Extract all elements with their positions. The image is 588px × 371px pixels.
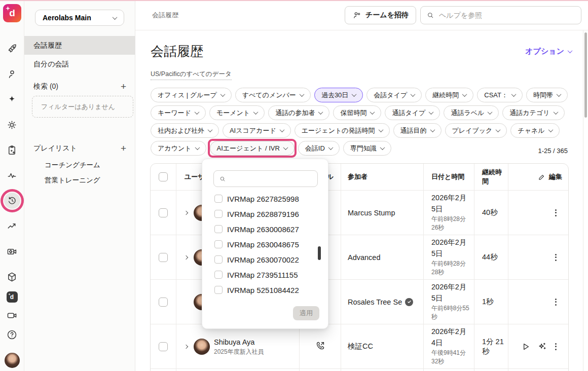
options-menu[interactable]: オプション: [525, 47, 572, 56]
dropdown-search-input[interactable]: [230, 175, 312, 183]
filter-chip-call-participants[interactable]: 通話の参加者: [268, 105, 329, 120]
call-time: 午前6時28分28秒: [431, 259, 470, 277]
option-label: IVRMap 2627825998: [227, 195, 299, 203]
filter-chip-hold-time[interactable]: 保留時間: [333, 105, 381, 120]
filter-chip-conversation-id[interactable]: 会話ID: [298, 141, 340, 156]
user-avatar[interactable]: [4, 352, 21, 369]
video-camera-icon[interactable]: [4, 307, 21, 324]
checkbox[interactable]: [214, 195, 223, 203]
analytics-trend-icon[interactable]: [4, 217, 21, 235]
add-search-button[interactable]: +: [121, 82, 126, 91]
call-time: 午前8時28分26秒: [431, 215, 470, 233]
filter-chip-moments[interactable]: モーメント: [209, 105, 265, 120]
filter-chip-date-range[interactable]: 過去30日: [314, 88, 363, 102]
checkbox[interactable]: [214, 210, 223, 218]
add-playlist-button[interactable]: +: [121, 143, 126, 153]
checkbox[interactable]: [214, 286, 223, 294]
dropdown-option[interactable]: IVRMap 2739511155: [202, 267, 329, 282]
filter-chip-channel[interactable]: チャネル: [510, 123, 559, 138]
activity-pulse-icon[interactable]: [4, 167, 21, 184]
dialpad-badge-icon[interactable]: d: [4, 288, 21, 306]
chevron-down-icon: [548, 127, 553, 132]
dropdown-option[interactable]: IVRMap 5251084422: [202, 282, 329, 298]
chevron-down-icon: [553, 109, 558, 115]
history-icon[interactable]: [4, 192, 21, 209]
data-scope-link[interactable]: US/Pacificのすべてのデータ: [151, 70, 232, 80]
row-checkbox[interactable]: [159, 342, 168, 351]
dialpad-logo-icon[interactable]: d: [3, 4, 21, 22]
invite-team-button[interactable]: チームを招待: [345, 6, 416, 24]
filter-chip-ai-scorecard[interactable]: AIスコアカード: [223, 123, 291, 138]
row-checkbox[interactable]: [159, 208, 168, 217]
ai-summary-icon[interactable]: [537, 341, 547, 352]
filter-chip-ai-agent-ivr[interactable]: AIエージェント / IVR: [210, 141, 295, 156]
dropdown-option[interactable]: IVRMap 2630008627: [202, 221, 329, 237]
filter-chip-conversation-type[interactable]: 会話タイプ: [366, 88, 422, 102]
filter-chip-internal-external[interactable]: 社内および社外: [151, 123, 219, 138]
launch-rocket-icon[interactable]: [4, 40, 21, 57]
filter-chip-csat[interactable]: CSAT：: [477, 88, 523, 102]
header-edit[interactable]: 編集: [508, 164, 569, 191]
user-name: Shibuya Aya: [214, 337, 264, 348]
row-checkbox[interactable]: [159, 298, 168, 307]
select-all-checkbox[interactable]: [159, 172, 168, 181]
help-search-input[interactable]: [439, 11, 575, 19]
chevron-down-icon: [557, 92, 562, 97]
filter-chip-call-type[interactable]: 通話タイプ: [385, 105, 440, 120]
play-recording-icon[interactable]: [521, 342, 531, 352]
filter-chip-playbook[interactable]: プレイブック: [445, 123, 507, 138]
checkbox[interactable]: [214, 240, 223, 248]
dropdown-option[interactable]: IVRMap 2628879196: [202, 206, 329, 221]
filter-chip-agent-talk-time[interactable]: エージェントの発話時間: [295, 123, 390, 138]
help-icon[interactable]: [4, 326, 21, 343]
expand-row-icon[interactable]: [185, 210, 190, 215]
row-menu-icon[interactable]: [554, 208, 558, 218]
sidebar-item-my-conversations[interactable]: 自分の会話: [24, 55, 135, 73]
ai-sparkle-icon[interactable]: [4, 91, 21, 108]
checkbox[interactable]: [214, 225, 223, 233]
playlist-item-coaching[interactable]: コーチングチーム: [45, 158, 100, 172]
dropdown-search[interactable]: [213, 170, 318, 187]
scorecards-clipboard-icon[interactable]: [4, 141, 21, 159]
expand-row-icon[interactable]: [185, 255, 190, 260]
sidebar-item-conversation-history[interactable]: 会話履歴: [24, 36, 135, 55]
filter-chip-call-purpose[interactable]: 通話目的: [393, 123, 442, 138]
page-scrollbar[interactable]: [583, 30, 588, 371]
dropdown-option[interactable]: IVRMap 2630048675: [202, 237, 329, 252]
workspace-name: Aerolabs Main: [43, 14, 91, 22]
no-filters-label: フィルターはありません: [41, 102, 115, 112]
row-checkbox[interactable]: [159, 253, 168, 262]
filter-chip-account[interactable]: アカウント: [151, 141, 206, 156]
meeting-ai-camera-icon[interactable]: [4, 243, 21, 260]
expand-row-icon[interactable]: [185, 344, 190, 349]
playlists-section-title: プレイリスト: [33, 144, 77, 153]
filter-chip-duration[interactable]: 継続時間: [425, 88, 473, 102]
page-title: 会話履歴: [151, 43, 203, 60]
dropdown-scrollbar-thumb[interactable]: [318, 246, 321, 260]
integrations-cube-icon[interactable]: [4, 268, 21, 285]
contacts-person-icon[interactable]: [4, 65, 21, 83]
row-menu-icon[interactable]: [554, 297, 558, 307]
dropdown-option[interactable]: IVRMap 2630070022: [202, 252, 329, 267]
options-label: オプション: [525, 47, 564, 56]
filter-chip-expertise[interactable]: 専門知識: [343, 141, 391, 156]
settings-gear-icon[interactable]: [4, 116, 21, 133]
dropdown-option[interactable]: IVRMap 2627825998: [202, 191, 329, 206]
checkbox[interactable]: [214, 271, 223, 279]
filter-chip-call-label[interactable]: 通話ラベル: [444, 105, 499, 120]
apply-button[interactable]: 適用: [293, 306, 319, 320]
chevron-down-icon: [207, 127, 212, 132]
checkbox[interactable]: [214, 255, 223, 264]
scrollbar-thumb[interactable]: [584, 32, 587, 118]
help-search[interactable]: [420, 6, 581, 24]
filter-chip-call-category[interactable]: 通話カテゴリ: [502, 105, 564, 120]
filter-chip-members[interactable]: すべてのメンバー: [235, 88, 311, 102]
filter-chip-time-of-day[interactable]: 時間帯: [526, 88, 568, 102]
row-menu-icon[interactable]: [554, 342, 558, 352]
workspace-selector[interactable]: Aerolabs Main: [35, 10, 124, 26]
filter-chip-keyword[interactable]: キーワード: [151, 105, 206, 120]
filter-chip-office-group[interactable]: オフィス | グループ: [151, 88, 232, 102]
table-row[interactable]: Shibuya Aya 2025年度新入社員 検証CC 2026年2月4日 午後…: [151, 324, 568, 369]
playlist-item-sales-training[interactable]: 営業トレーニング: [45, 173, 100, 188]
row-menu-icon[interactable]: [554, 252, 558, 263]
